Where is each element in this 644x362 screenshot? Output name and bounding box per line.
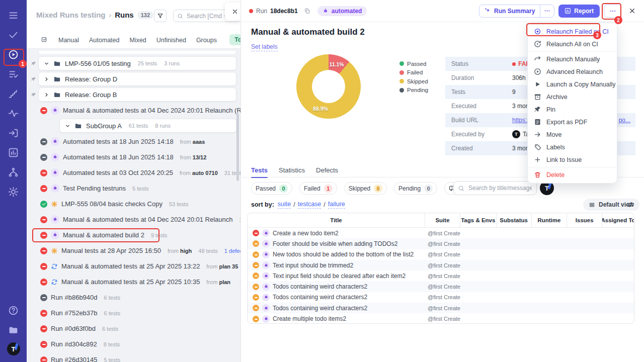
run-row[interactable]: Automated tests at 18 Jun 2025 14:18from… [27,134,240,149]
column-header-title[interactable]: Title [248,213,425,227]
test-row[interactable]: Text input field should be cleared after… [248,270,634,281]
test-row[interactable]: Todos containing weird characters2@first… [248,303,634,313]
sidebar-item-settings[interactable] [7,185,21,199]
column-header-substatus[interactable]: Substatus [496,213,531,227]
select-all-icon[interactable] [41,36,48,44]
menu-item-relaunch-manually[interactable]: Relaunch Manually [528,53,617,65]
run-row[interactable]: Manual tests at 28 Apr 2025 16:50from hi… [27,243,240,258]
chip-skipped[interactable]: Skipped8 [344,182,387,195]
sidebar-item-integrations[interactable] [7,165,21,179]
run-row[interactable]: Run #752eb37b6 tests [27,305,240,321]
run-row[interactable]: Manual & automated tests at 04 Dec 2024 … [27,103,240,118]
sidebar-item-milestones[interactable] [7,86,21,101]
run-row[interactable]: LMP-555 08/04 basic checks Copy53 tests [27,196,240,212]
close-popup-button[interactable] [225,3,240,21]
runs-tab-manual[interactable]: Manual [58,37,79,44]
test-row[interactable]: Footer should be visible when adding TOD… [248,238,634,249]
run-group-row[interactable]: Release: Group D [27,71,240,87]
run-row[interactable]: Run #b86b940d6 tests [27,290,240,305]
tests-search-input[interactable] [467,184,533,192]
breadcrumb-project[interactable]: Mixed Runs testing [36,11,106,19]
sidebar-item-projects[interactable] [7,323,21,337]
filter-button[interactable] [154,10,167,22]
run-row[interactable]: Run #d304c8928 tests [27,336,240,352]
sidebar-item-menu-toggle[interactable] [7,8,21,22]
folder-card[interactable]: Release: Group D [38,72,236,86]
run-row[interactable]: Automated tests at 18 Jun 2025 14:18from… [27,149,240,165]
sidebar-item-plans[interactable] [7,67,21,81]
run-row[interactable]: Automated tests at 03 Oct 2024 20:25from… [27,165,240,180]
menu-item-relaunch-all-on-ci[interactable]: Relaunch All on CI [528,38,617,50]
sidebar-item-import[interactable] [7,126,21,140]
run-row[interactable]: Manual & automated build 29 tests [27,227,240,243]
test-row[interactable]: Create multiple todo items2@first Create… [248,313,634,324]
run-row[interactable]: Manual & automated tests at 25 Apr 2025 … [27,258,240,274]
column-header-runtime[interactable]: Runtime [531,213,567,227]
run-defects-count[interactable]: 1 defects [224,248,240,254]
chip-failed[interactable]: Failed1 [299,182,337,195]
sidebar-item-runs[interactable] [7,47,21,61]
menu-item-move[interactable]: Move [528,128,617,141]
sidebar-item-help[interactable] [7,303,21,317]
sidebar-item-tests[interactable] [7,28,21,42]
set-labels-link[interactable]: Set labels [251,43,278,51]
breadcrumb-section[interactable]: Runs [115,11,134,19]
chip-passed[interactable]: Passed0 [251,182,292,195]
close-detail-icon[interactable] [628,7,636,15]
more-actions-button[interactable] [604,4,621,18]
column-header-tags-envs[interactable]: Tags & Envs [460,213,496,227]
tab-defects[interactable]: Defects [316,166,338,178]
menu-item-export-as-pdf[interactable]: Export as PDF [528,116,617,128]
menu-item-advanced-relaunch[interactable]: Advanced Relaunch [528,65,617,78]
menu-item-labels[interactable]: Labels [528,141,617,153]
test-row[interactable]: Todos containing weird characters2@first… [248,292,634,303]
run-summary-button[interactable]: Run Summary [479,5,540,17]
run-group-row[interactable]: LMP-556 01/05 testing25 tests3 runs [27,56,240,71]
folder-card[interactable]: LMP-556 01/05 testing25 tests3 runs [38,56,236,70]
sort-link-suite[interactable]: suite [278,201,291,209]
tab-pill[interactable]: To [229,34,240,45]
chip-pending[interactable]: Pending0 [394,182,437,195]
run-summary-more-button[interactable] [540,5,554,17]
runs-tab-mixed[interactable]: Mixed [129,37,146,44]
runs-scrollbar[interactable] [236,113,239,181]
build-url-link-tail[interactable]: po... [619,117,630,124]
menu-item-launch-a-copy-manually[interactable]: Launch a Copy Manually [528,78,617,90]
column-header-issues[interactable]: Issues [567,213,602,227]
sort-link-failure[interactable]: failure [328,201,345,209]
menu-item-archive[interactable]: Archive [528,90,617,103]
folder-card[interactable]: SubGroup A61 tests8 runs [59,119,236,133]
test-row[interactable]: New todos should be added to the bottom … [248,249,634,260]
run-row[interactable]: Test Pending testruns5 tests [27,180,240,196]
robot-icon [264,306,269,311]
runs-tab-unfinished[interactable]: Unfinished [156,37,186,44]
report-button[interactable]: Report [558,5,600,18]
menu-item-pin[interactable]: Pin [528,103,617,116]
tab-tests[interactable]: Tests [251,166,268,178]
menu-item-delete[interactable]: Delete [528,168,617,181]
test-row[interactable]: Text input should be trimmed2@first Crea… [248,260,634,270]
run-row[interactable]: Manual & automated tests at 25 Apr 2025 … [27,274,240,290]
user-avatar[interactable]: T [7,342,20,355]
folder-card[interactable]: Release: Group B [38,87,236,102]
runs-tab-groups[interactable]: Groups [196,37,217,44]
runs-tab-automated[interactable]: Automated [89,37,119,44]
menu-item-link-to-issue[interactable]: Link to Issue [528,153,617,166]
run-row[interactable]: Run #0d63f0bd6 tests [27,321,240,336]
sort-link-testcase[interactable]: testcase [298,201,321,209]
sidebar-item-analytics[interactable] [7,145,21,159]
column-header-suite[interactable]: Suite [425,213,460,227]
tab-statistics[interactable]: Statistics [279,166,305,178]
test-row[interactable]: Create a new todo item2@first Create ... [248,228,634,238]
test-row[interactable]: Todos containing weird characters2@first… [248,281,634,292]
run-row[interactable]: Run #26d301455 tests [27,352,240,362]
run-row[interactable]: Manual & automated tests at 04 Dec 2024 … [27,212,240,227]
tests-search[interactable] [453,181,537,195]
run-group-row[interactable]: SubGroup A61 tests8 runs [27,118,240,134]
menu-item-relaunch-failed-on-ci[interactable]: Relaunch Failed on CI [528,25,617,38]
sidebar-item-pulse[interactable] [7,106,21,120]
sliders-icon[interactable] [626,201,634,209]
run-group-row[interactable]: Release: Group B [27,87,240,103]
copy-icon[interactable] [304,8,310,14]
column-header-assigned-to[interactable]: Assigned To [602,213,634,227]
